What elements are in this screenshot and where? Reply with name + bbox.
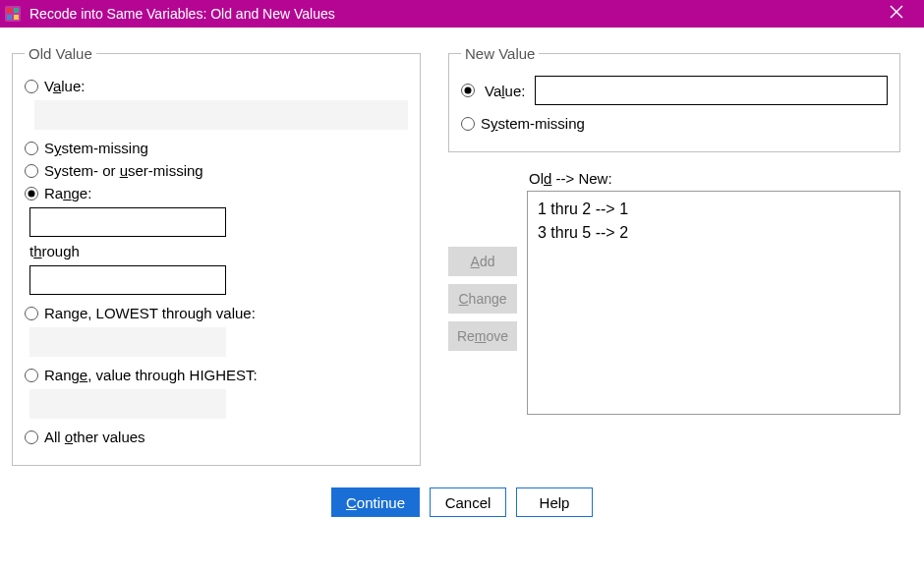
old-range-highest-option[interactable]: Range, value through HIGHEST:: [25, 367, 408, 383]
through-label: through: [29, 243, 408, 259]
old-system-user-missing-option[interactable]: System- or user-missing: [25, 162, 408, 179]
dialog-buttons: Continue Cancel Help: [0, 474, 924, 521]
range-from-input[interactable]: [29, 207, 226, 237]
help-button[interactable]: Help: [516, 487, 593, 517]
new-system-missing-option[interactable]: System-missing: [461, 115, 888, 132]
old-range-lowest-label: Range, LOWEST through value:: [44, 305, 256, 321]
old-system-missing-option[interactable]: System-missing: [25, 140, 408, 156]
new-value-group: New Value Value: System-missing: [448, 45, 900, 152]
mapping-list[interactable]: 1 thru 2 --> 13 thru 5 --> 2: [527, 191, 900, 415]
old-value-value-option[interactable]: Value:: [25, 78, 408, 94]
old-range-label: Range:: [44, 185, 91, 201]
old-range-highest-label: Range, value through HIGHEST:: [44, 367, 258, 383]
add-button[interactable]: Add: [448, 247, 517, 276]
mapping-label: Old --> New:: [529, 170, 900, 187]
svg-rect-4: [14, 15, 19, 20]
right-column: New Value Value: System-missing Add Chan…: [448, 45, 900, 466]
svg-rect-2: [14, 8, 19, 13]
radio-icon[interactable]: [461, 84, 475, 97]
mapping-area: Add Change Remove Old --> New: 1 thru 2 …: [448, 170, 900, 415]
radio-icon: [25, 430, 38, 444]
range-to-input[interactable]: [29, 265, 226, 295]
radio-icon: [25, 369, 38, 382]
radio-icon: [25, 164, 38, 178]
old-value-legend: Old Value: [25, 45, 96, 62]
new-system-missing-label: System-missing: [481, 115, 585, 132]
radio-icon: [25, 80, 38, 93]
titlebar: Recode into Same Variables: Old and New …: [0, 0, 924, 28]
radio-icon: [461, 117, 475, 131]
mapping-rule[interactable]: 3 thru 5 --> 2: [538, 221, 890, 245]
svg-rect-3: [7, 15, 12, 20]
mapping-rule[interactable]: 1 thru 2 --> 1: [538, 198, 890, 221]
old-range-option[interactable]: Range:: [25, 185, 408, 201]
close-button[interactable]: [877, 5, 916, 23]
old-range-lowest-option[interactable]: Range, LOWEST through value:: [25, 305, 408, 321]
continue-button[interactable]: Continue: [331, 487, 420, 517]
new-value-input[interactable]: [535, 76, 888, 105]
remove-button[interactable]: Remove: [448, 321, 517, 351]
mapping-buttons: Add Change Remove: [448, 247, 517, 351]
old-value-group: Old Value Value: System-missing System- …: [12, 45, 421, 466]
old-value-value-label: Value:: [44, 78, 85, 94]
new-value-value-row: Value:: [461, 76, 888, 105]
range-highest-input: [29, 389, 226, 419]
svg-rect-1: [7, 8, 12, 13]
new-value-legend: New Value: [461, 45, 539, 62]
old-all-other-option[interactable]: All other values: [25, 429, 408, 445]
cancel-button[interactable]: Cancel: [430, 487, 506, 517]
close-icon: [890, 5, 903, 19]
old-value-value-input: [34, 100, 408, 130]
app-icon: [4, 5, 22, 23]
new-value-value-label: Value:: [485, 83, 525, 99]
radio-icon: [25, 187, 38, 201]
window-title: Recode into Same Variables: Old and New …: [29, 6, 877, 22]
old-system-missing-label: System-missing: [44, 140, 148, 156]
old-all-other-label: All other values: [44, 429, 145, 445]
radio-icon: [25, 307, 38, 320]
radio-icon: [25, 142, 38, 155]
mapping-list-wrap: Old --> New: 1 thru 2 --> 13 thru 5 --> …: [527, 170, 900, 415]
range-lowest-input: [29, 327, 226, 357]
change-button[interactable]: Change: [448, 284, 517, 314]
old-system-user-missing-label: System- or user-missing: [44, 162, 203, 179]
dialog-content: Old Value Value: System-missing System- …: [0, 28, 924, 474]
